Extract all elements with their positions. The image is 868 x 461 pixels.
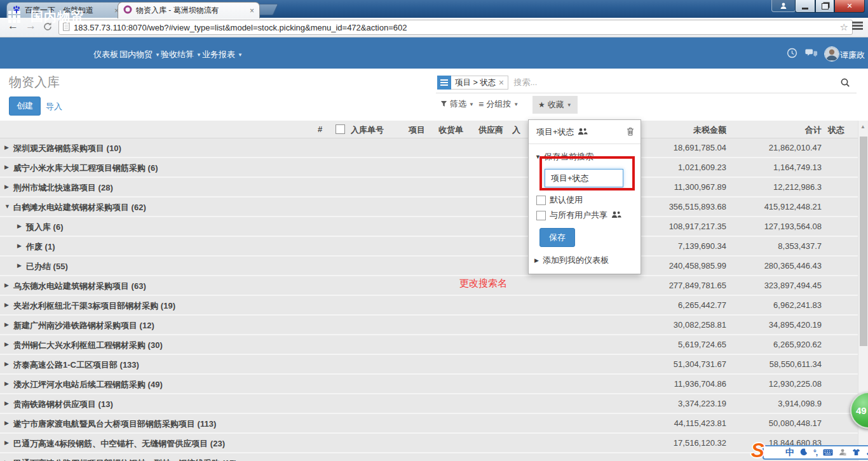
address-bar[interactable]: 183.57.73.110:8070/web?#view_type=list&m… bbox=[58, 20, 853, 35]
delete-saved-search-icon[interactable] bbox=[627, 127, 634, 138]
table-row[interactable]: ▶ 荆州市城北快速路项目 (28) 11,300,967.89 12,212,9… bbox=[0, 178, 858, 197]
column-header-delivery-note[interactable]: 收货单 bbox=[438, 124, 463, 136]
ime-punct-mode[interactable]: °, bbox=[813, 448, 817, 457]
import-link[interactable]: 导入 bbox=[46, 101, 62, 112]
group-name: 巴通万高速公路四标项目部螺纹钢材、型材、钢绞线采购 (17) bbox=[13, 458, 237, 461]
shared-users-icon bbox=[578, 128, 588, 137]
add-to-dashboard-section[interactable]: ▶ 添加到我的仪表板 bbox=[529, 248, 641, 266]
minimize-button[interactable] bbox=[795, 0, 815, 13]
table-row[interactable]: ▶ 遂宁市唐家渡电航暨凤台大桥项目部钢筋采购项目 (113) 44,115,42… bbox=[0, 414, 858, 434]
expand-caret-icon[interactable]: ▶ bbox=[4, 282, 9, 288]
ime-skin-shirt-icon[interactable] bbox=[852, 447, 860, 458]
table-row[interactable]: ▶ 乌东德水电站建筑钢材采购项目 (63) 277,849,781.65 323… bbox=[0, 276, 858, 296]
menu-acceptance-settlement[interactable]: 验收结算▼ bbox=[161, 49, 201, 60]
table-row[interactable]: ▶ 作废 (1) 7,139,690.34 8,353,437.7 bbox=[0, 237, 858, 257]
expand-caret-icon[interactable]: ▶ bbox=[4, 439, 9, 446]
expand-caret-icon[interactable]: ▶ bbox=[4, 341, 9, 347]
facet-remove-icon[interactable]: ✕ bbox=[498, 79, 504, 87]
table-row[interactable]: ▶ 深圳观天路钢筋采购项目 (10) 18,691,785.04 21,862,… bbox=[0, 138, 858, 158]
use-by-default-option[interactable]: 默认使用 bbox=[529, 192, 641, 208]
expand-caret-icon[interactable]: ▶ bbox=[4, 321, 9, 328]
expand-caret-icon[interactable]: ▼ bbox=[4, 203, 10, 210]
expand-caret-icon[interactable]: ▶ bbox=[4, 400, 9, 406]
column-header-status[interactable]: 状态 bbox=[828, 124, 844, 136]
ime-profile-icon[interactable] bbox=[839, 447, 846, 458]
saved-search-item[interactable]: 项目+状态 bbox=[529, 120, 641, 144]
sogou-logo[interactable]: S bbox=[751, 439, 764, 461]
search-facet[interactable]: 项目 > 状态 ✕ bbox=[437, 76, 508, 90]
group-name: 荆州市城北快速路项目 (28) bbox=[13, 182, 113, 194]
close-button[interactable]: ✕ bbox=[834, 0, 865, 13]
scroll-up-icon[interactable]: ▲ bbox=[860, 124, 865, 130]
browser-menu-icon[interactable] bbox=[852, 22, 863, 31]
ime-chinese-mode[interactable]: 中 bbox=[785, 447, 794, 458]
scrollbar-thumb[interactable] bbox=[860, 137, 867, 346]
table-row[interactable]: ▼ 白鹤滩水电站建筑钢材采购项目 (62) 356,515,893.68 415… bbox=[0, 197, 858, 217]
select-all-checkbox[interactable] bbox=[336, 124, 345, 134]
url-text[interactable]: 183.57.73.110:8070/web?#view_type=list&m… bbox=[74, 23, 836, 32]
facet-label: 项目 > 状态 bbox=[455, 77, 496, 88]
column-header-project[interactable]: 项目 bbox=[409, 124, 425, 136]
group-name: 夹岩水利枢纽北干渠3标项目部钢材采购 (19) bbox=[13, 300, 175, 312]
expand-caret-icon[interactable]: ▶ bbox=[17, 262, 22, 269]
table-row[interactable]: ▶ 威宁小米水库大坝工程项目钢筋采购 (6) 1,021,609.23 1,16… bbox=[0, 158, 858, 178]
table-row[interactable]: ▶ 预入库 (6) 108,917,217.35 127,193,564.08 bbox=[0, 217, 858, 237]
user-avatar[interactable] bbox=[824, 46, 839, 62]
star-icon: ★ bbox=[538, 100, 545, 109]
table-row[interactable]: ▶ 巴通万高速公路四标项目部螺纹钢材、型材、钢绞线采购 (17) bbox=[0, 453, 858, 461]
expand-caret-icon[interactable]: ▶ bbox=[4, 420, 9, 426]
menu-business-reports[interactable]: 业务报表▼ bbox=[202, 49, 243, 60]
table-row[interactable]: ▶ 夹岩水利枢纽北干渠3标项目部钢材采购 (19) 6,265,442.77 6… bbox=[0, 296, 858, 316]
expand-caret-icon[interactable]: ▶ bbox=[4, 184, 9, 190]
create-button[interactable]: 创建 bbox=[9, 97, 41, 116]
ime-toolbar[interactable]: 中 °, bbox=[763, 445, 868, 460]
column-header-clipped[interactable]: 入 bbox=[512, 124, 520, 136]
table-row[interactable]: ▶ 贵南铁路钢材供应项目 (13) 3,374,223.19 3,914,098… bbox=[0, 394, 858, 414]
group-name: 巴通万高速4标段钢筋、中空锚杆、无缝钢管供应项目 (23) bbox=[13, 438, 225, 450]
ime-moon-icon[interactable] bbox=[800, 447, 808, 458]
user-name[interactable]: 谭廉政 bbox=[840, 50, 865, 61]
filter-button[interactable]: 筛选 ▼ bbox=[440, 98, 474, 110]
column-header-receipt-no[interactable]: 入库单号 bbox=[351, 124, 384, 136]
browser-profile-button[interactable] bbox=[771, 0, 796, 12]
expand-caret-icon[interactable]: ▶ bbox=[4, 361, 9, 367]
search-view[interactable]: 项目 > 状态 ✕ 搜索... bbox=[436, 72, 857, 93]
menu-dashboard[interactable]: 仪表板 bbox=[93, 49, 118, 60]
group-name: 贵南铁路钢材供应项目 (13) bbox=[13, 399, 113, 410]
expand-caret-icon[interactable]: ▶ bbox=[4, 144, 9, 150]
expand-caret-icon[interactable]: ▶ bbox=[4, 380, 9, 387]
expand-caret-icon[interactable]: ▶ bbox=[4, 302, 9, 308]
table-row[interactable]: ▶ 已办结 (55) 240,458,985.99 280,365,446.43 bbox=[0, 257, 858, 276]
expand-caret-icon[interactable]: ▶ bbox=[17, 223, 22, 229]
expand-caret-icon[interactable]: ▶ bbox=[4, 164, 9, 170]
messages-icon[interactable] bbox=[805, 49, 818, 60]
table-row[interactable]: ▶ 巴通万高速4标段钢筋、中空锚杆、无缝钢管供应项目 (23) 17,516,1… bbox=[0, 434, 858, 453]
groupby-button[interactable]: ≡ 分组按 ▼ bbox=[478, 98, 519, 110]
search-placeholder[interactable]: 搜索... bbox=[513, 77, 537, 88]
browser-tab-current[interactable]: 物资入库 - 葛洲坝物流有 × bbox=[118, 2, 260, 18]
activity-clock-icon[interactable] bbox=[787, 48, 797, 61]
menu-domestic-trade[interactable]: 国内物贸▼ bbox=[119, 49, 160, 60]
save-button[interactable]: 保存 bbox=[539, 228, 575, 247]
share-with-all-users-option[interactable]: 与所有用户共享 bbox=[529, 208, 641, 223]
table-row[interactable]: ▶ 贵州铜仁大兴水利枢纽工程钢材采购 (30) 5,619,724.65 6,2… bbox=[0, 335, 858, 355]
table-row[interactable]: ▶ 新建广州南沙港铁路钢材采购项目 (12) 30,082,258.81 34,… bbox=[0, 316, 858, 335]
search-icon[interactable] bbox=[840, 77, 850, 90]
table-row[interactable]: ▶ 济泰高速公路1-C工区项目部 (133) 51,304,731.67 58,… bbox=[0, 355, 858, 375]
column-header-untaxed[interactable]: 未税金额 bbox=[661, 124, 726, 136]
column-header-supplier[interactable]: 供应商 bbox=[478, 124, 503, 136]
bookmark-star-icon[interactable]: ☆ bbox=[840, 22, 848, 33]
tab-close-icon[interactable]: × bbox=[250, 7, 254, 15]
ime-keyboard-icon[interactable] bbox=[823, 447, 833, 458]
table-row[interactable]: ▶ 溇水江坪河水电站后续工程钢筋采购 (49) 11,936,704.86 12… bbox=[0, 375, 858, 394]
share-checkbox[interactable] bbox=[536, 211, 546, 220]
restore-button[interactable] bbox=[815, 0, 834, 13]
column-header-total[interactable]: 合计 bbox=[760, 124, 822, 136]
divider bbox=[529, 144, 641, 144]
favorites-button[interactable]: ★ 收藏 ▼ bbox=[532, 96, 578, 114]
default-checkbox[interactable] bbox=[536, 196, 546, 205]
apps-grid-icon[interactable] bbox=[8, 11, 20, 23]
brand-title[interactable]: 国内物贸 bbox=[31, 8, 84, 25]
expand-caret-icon[interactable]: ▶ bbox=[17, 243, 22, 249]
chevron-down-icon: ▼ bbox=[469, 102, 474, 107]
